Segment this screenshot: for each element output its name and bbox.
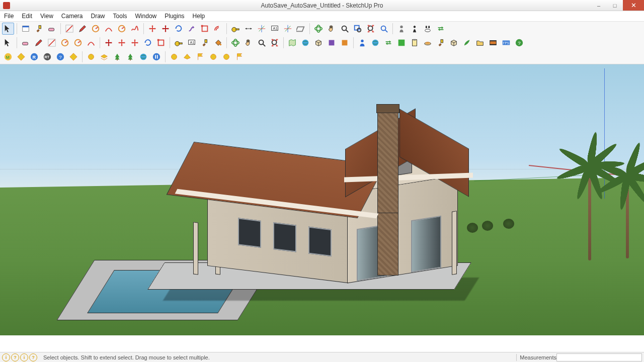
- green-square-tool[interactable]: [395, 37, 408, 49]
- dot-y3[interactable]: [220, 51, 232, 63]
- plane-y[interactable]: [181, 51, 193, 63]
- zoom-tool[interactable]: [339, 23, 351, 35]
- tree-1[interactable]: [111, 51, 123, 63]
- flag-y2[interactable]: [233, 51, 246, 63]
- look-around-tool[interactable]: [422, 23, 434, 35]
- close-button[interactable]: ✕: [623, 0, 644, 11]
- orbit-tool[interactable]: [312, 23, 325, 35]
- folder-tool[interactable]: [474, 37, 486, 49]
- move-alt-tool[interactable]: [129, 37, 141, 49]
- diagonal-tool[interactable]: [46, 37, 58, 49]
- dot-y2[interactable]: [207, 51, 219, 63]
- minimize-button[interactable]: –: [591, 0, 607, 11]
- menu-file[interactable]: File: [0, 11, 18, 22]
- brush-tool[interactable]: [199, 37, 211, 49]
- clipboard-tool[interactable]: [409, 37, 421, 49]
- eraser-tool[interactable]: [20, 37, 32, 49]
- offset-tool[interactable]: [212, 23, 224, 35]
- box-orange-tool[interactable]: [339, 37, 351, 49]
- status-badge-icon[interactable]: ?: [29, 353, 37, 361]
- box-3d-tool[interactable]: [448, 37, 460, 49]
- earth-1[interactable]: [137, 51, 149, 63]
- dot-y[interactable]: [168, 51, 180, 63]
- r-badge[interactable]: R: [28, 51, 40, 63]
- zoom-extents-tool[interactable]: [365, 23, 377, 35]
- freehand-tool[interactable]: [129, 23, 141, 35]
- zoom-tool[interactable]: [256, 37, 268, 49]
- red-move-tool[interactable]: [103, 37, 115, 49]
- menu-window[interactable]: Window: [131, 11, 161, 22]
- diamond-o[interactable]: [67, 51, 79, 63]
- walk-tool[interactable]: [409, 23, 421, 35]
- globe-tool[interactable]: [369, 37, 381, 49]
- pan-tool[interactable]: [243, 37, 255, 49]
- menu-help[interactable]: Help: [189, 11, 209, 22]
- rt-badge[interactable]: RT: [41, 51, 53, 63]
- zoom-window-tool[interactable]: [352, 23, 364, 35]
- position-camera-tool[interactable]: [395, 23, 408, 35]
- help-tool[interactable]: ?: [513, 37, 525, 49]
- toggle-xray-tool[interactable]: [435, 23, 447, 35]
- menu-plugins[interactable]: Plugins: [160, 11, 188, 22]
- scale-tool[interactable]: [199, 23, 211, 35]
- viewport-3d[interactable]: [0, 64, 644, 335]
- question-badge[interactable]: ?: [54, 51, 66, 63]
- status-badge-icon[interactable]: ?: [11, 353, 19, 361]
- zoom-previous-tool[interactable]: [378, 23, 390, 35]
- person-blue-tool[interactable]: [356, 37, 368, 49]
- dimension-tool[interactable]: [243, 23, 255, 35]
- select-arrow[interactable]: [2, 37, 14, 49]
- m-badge[interactable]: M: [2, 51, 14, 63]
- circle-1[interactable]: [85, 51, 97, 63]
- orbit-tool[interactable]: [229, 37, 242, 49]
- tape-measure-tool[interactable]: [173, 37, 185, 49]
- brush-tool[interactable]: [33, 23, 45, 35]
- text-tool[interactable]: A1: [186, 37, 198, 49]
- protractor-tool[interactable]: [90, 23, 102, 35]
- scale-tool[interactable]: [155, 37, 167, 49]
- paint-bucket-tool[interactable]: [212, 37, 224, 49]
- pan-tool[interactable]: [326, 23, 338, 35]
- swap-tool[interactable]: [382, 37, 394, 49]
- window-tool[interactable]: [20, 23, 32, 35]
- paint-tool[interactable]: [435, 37, 447, 49]
- status-badge-icon[interactable]: i: [20, 353, 28, 361]
- map-tool[interactable]: [286, 37, 298, 49]
- arc-tool[interactable]: [103, 23, 115, 35]
- rotate-tool[interactable]: [142, 37, 154, 49]
- menu-draw[interactable]: Draw: [87, 11, 109, 22]
- section-plane-tool[interactable]: [295, 23, 307, 35]
- box-purple-tool[interactable]: [326, 37, 338, 49]
- menu-tools[interactable]: Tools: [109, 11, 131, 22]
- fps-tool[interactable]: FPS: [500, 37, 512, 49]
- arc-tool[interactable]: [85, 37, 97, 49]
- flag-y[interactable]: [194, 51, 206, 63]
- rotate-tool[interactable]: [173, 23, 185, 35]
- red-move-tool[interactable]: [159, 23, 172, 35]
- maximize-button[interactable]: □: [607, 0, 623, 11]
- diagonal-tool[interactable]: [63, 23, 75, 35]
- move-tool[interactable]: [116, 37, 128, 49]
- tree-2[interactable]: [124, 51, 136, 63]
- pause-1[interactable]: [150, 51, 163, 63]
- eraser-tool[interactable]: [46, 23, 58, 35]
- components-tool[interactable]: [312, 37, 325, 49]
- pencil-tool[interactable]: [33, 37, 45, 49]
- menu-camera[interactable]: Camera: [57, 11, 87, 22]
- crosshair-tool[interactable]: [256, 23, 268, 35]
- dish-tool[interactable]: [422, 37, 434, 49]
- status-badge-icon[interactable]: i: [2, 353, 10, 361]
- move-tool[interactable]: [146, 23, 158, 35]
- film-tool[interactable]: [487, 37, 499, 49]
- axes-tool[interactable]: [282, 23, 294, 35]
- protractor-tool[interactable]: [59, 37, 71, 49]
- select-arrow[interactable]: [2, 23, 14, 35]
- leaf-tool[interactable]: [461, 37, 473, 49]
- text-tool[interactable]: A1: [269, 23, 281, 35]
- follow-me-tool[interactable]: [186, 23, 198, 35]
- menu-edit[interactable]: Edit: [18, 11, 36, 22]
- menu-view[interactable]: View: [36, 11, 57, 22]
- zoom-extents-tool[interactable]: [269, 37, 281, 49]
- clock-tool[interactable]: [116, 23, 128, 35]
- tape-measure-tool[interactable]: [229, 23, 242, 35]
